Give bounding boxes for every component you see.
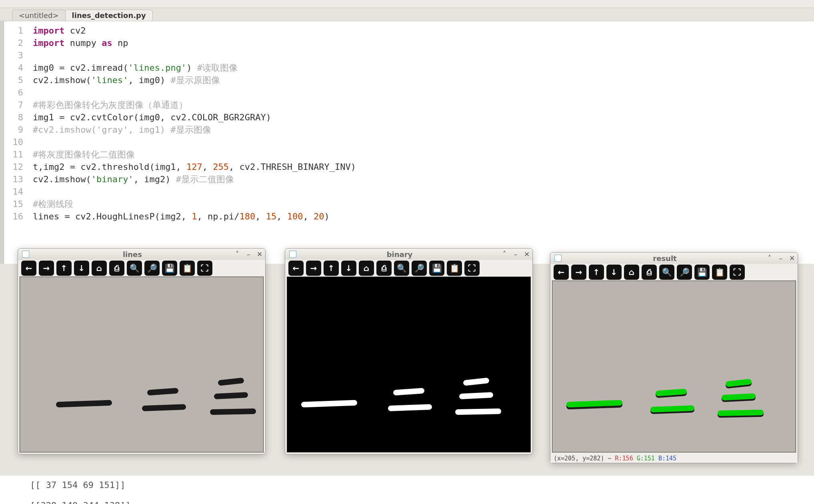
window-titlebar[interactable]: lines ˄ – ✕ xyxy=(18,249,265,260)
tab-lines-detection[interactable]: lines_detection.py xyxy=(65,10,153,21)
image-icon[interactable]: ⎙ xyxy=(109,261,124,276)
opencv-window-binary[interactable]: binary ˄ – ✕ ← → ↑ ↓ ⌂ ⎙ 🔍 🔎 💾 📋 ⛶ xyxy=(285,248,533,454)
cv-toolbar: ← → ↑ ↓ ⌂ ⎙ 🔍 🔎 💾 📋 ⛶ xyxy=(285,260,532,277)
window-rollup-button[interactable]: ˄ xyxy=(766,254,774,262)
clipboard-icon[interactable]: 📋 xyxy=(712,265,727,280)
app-icon xyxy=(289,251,296,258)
forward-icon[interactable]: → xyxy=(39,261,54,276)
tab-untitled[interactable]: <untitled> xyxy=(12,10,66,21)
console-output: [[ 37 154 69 151]] [[320 140 344 138]] xyxy=(0,476,814,504)
forward-icon[interactable]: → xyxy=(306,261,321,276)
app-icon xyxy=(554,255,562,262)
app-icon xyxy=(22,251,29,258)
down-icon[interactable]: ↓ xyxy=(74,261,89,276)
opencv-window-result[interactable]: result ˄ – ✕ ← → ↑ ↓ ⌂ ⎙ 🔍 🔎 💾 📋 ⛶ (x=20… xyxy=(550,252,798,463)
pixel-inspector-status: (x=205, y=282) ~ R:156 G:151 B:145 xyxy=(550,454,798,463)
zoom-out-icon[interactable]: 🔎 xyxy=(144,261,160,276)
code-editor[interactable]: 123 456 789 101112 131415 16 import cv2 … xyxy=(0,21,814,264)
forward-icon[interactable]: → xyxy=(571,265,586,280)
app-toolbar-strip xyxy=(0,0,814,8)
window-title: binary xyxy=(300,250,499,259)
image-canvas-lines xyxy=(20,277,264,452)
window-close-button[interactable]: ✕ xyxy=(788,254,796,262)
window-rollup-button[interactable]: ˄ xyxy=(500,250,508,258)
home-icon[interactable]: ⌂ xyxy=(92,261,107,276)
up-icon[interactable]: ↑ xyxy=(324,261,339,276)
window-minimize-button[interactable]: – xyxy=(512,250,520,258)
output-row: [[ 37 154 69 151]] xyxy=(30,479,814,491)
window-title: lines xyxy=(33,250,232,259)
cursor-coords: (x=205, y=282) ~ xyxy=(554,455,615,462)
pixel-b: B:145 xyxy=(658,455,676,462)
window-titlebar[interactable]: binary ˄ – ✕ xyxy=(285,249,532,260)
zoom-in-icon[interactable]: 🔍 xyxy=(394,261,409,276)
code-area[interactable]: import cv2 import numpy as np img0 = cv2… xyxy=(28,21,814,264)
image-canvas-binary xyxy=(287,277,531,452)
window-title: result xyxy=(566,254,764,263)
save-icon[interactable]: 💾 xyxy=(694,265,710,280)
pixel-g: G:151 xyxy=(637,455,655,462)
zoom-out-icon[interactable]: 🔎 xyxy=(412,261,427,276)
window-titlebar[interactable]: result ˄ – ✕ xyxy=(550,253,798,264)
properties-icon[interactable]: ⛶ xyxy=(197,261,212,276)
cv-toolbar: ← → ↑ ↓ ⌂ ⎙ 🔍 🔎 💾 📋 ⛶ xyxy=(550,264,798,281)
zoom-in-icon[interactable]: 🔍 xyxy=(659,265,674,280)
up-icon[interactable]: ↑ xyxy=(589,265,604,280)
zoom-in-icon[interactable]: 🔍 xyxy=(127,261,142,276)
back-icon[interactable]: ← xyxy=(288,261,304,276)
window-close-button[interactable]: ✕ xyxy=(256,250,264,258)
down-icon[interactable]: ↓ xyxy=(606,265,622,280)
window-minimize-button[interactable]: – xyxy=(777,254,785,262)
properties-icon[interactable]: ⛶ xyxy=(464,261,480,276)
home-icon[interactable]: ⌂ xyxy=(359,261,374,276)
back-icon[interactable]: ← xyxy=(21,261,36,276)
image-canvas-result xyxy=(552,281,796,452)
properties-icon[interactable]: ⛶ xyxy=(730,265,745,280)
save-icon[interactable]: 💾 xyxy=(429,261,444,276)
pixel-r: R:156 xyxy=(615,455,633,462)
save-icon[interactable]: 💾 xyxy=(162,261,177,276)
image-icon[interactable]: ⎙ xyxy=(376,261,392,276)
editor-fold-margin xyxy=(0,21,4,264)
down-icon[interactable]: ↓ xyxy=(341,261,356,276)
cv-toolbar: ← → ↑ ↓ ⌂ ⎙ 🔍 🔎 💾 📋 ⛶ xyxy=(18,260,265,277)
window-close-button[interactable]: ✕ xyxy=(523,250,531,258)
output-row: [[320 140 344 138]] xyxy=(30,499,814,504)
window-rollup-button[interactable]: ˄ xyxy=(233,250,241,258)
line-number-gutter: 123 456 789 101112 131415 16 xyxy=(4,21,28,264)
back-icon[interactable]: ← xyxy=(554,265,569,280)
home-icon[interactable]: ⌂ xyxy=(624,265,639,280)
opencv-window-lines[interactable]: lines ˄ – ✕ ← → ↑ ↓ ⌂ ⎙ 🔍 🔎 💾 📋 ⛶ xyxy=(18,248,266,454)
zoom-out-icon[interactable]: 🔎 xyxy=(677,265,692,280)
up-icon[interactable]: ↑ xyxy=(56,261,72,276)
editor-tabs: <untitled> lines_detection.py xyxy=(0,8,814,21)
clipboard-icon[interactable]: 📋 xyxy=(180,261,195,276)
image-icon[interactable]: ⎙ xyxy=(642,265,657,280)
window-minimize-button[interactable]: – xyxy=(244,250,252,258)
clipboard-icon[interactable]: 📋 xyxy=(447,261,462,276)
